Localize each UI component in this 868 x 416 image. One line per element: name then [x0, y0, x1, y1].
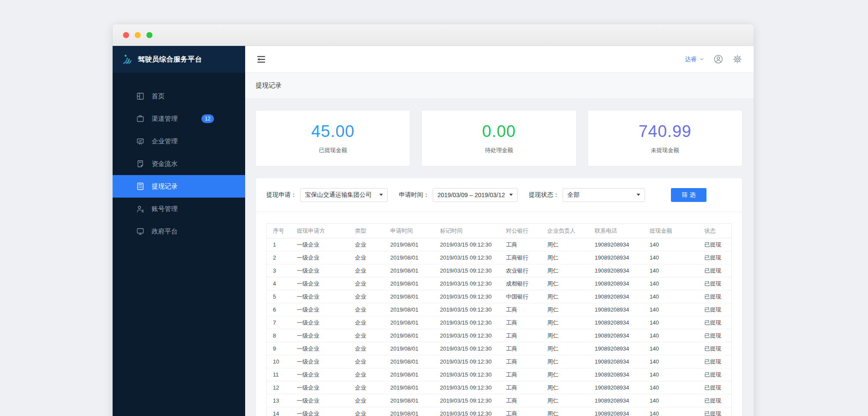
table-cell: 企业	[349, 329, 384, 342]
table-cell: 140	[644, 342, 699, 355]
table-cell: 2019/03/15 09:12:30	[434, 238, 500, 251]
table-cell: 19089208934	[589, 238, 644, 251]
table-row: 14一级企业企业2019/08/012019/03/15 09:12:30工商周…	[267, 407, 732, 416]
stat-value: 0.00	[482, 122, 516, 141]
table-cell: 19089208934	[589, 303, 644, 316]
settings-gear-icon[interactable]	[732, 54, 742, 64]
table-cell: 2019/03/15 09:12:30	[434, 329, 500, 342]
table-cell: 中国银行	[500, 290, 541, 303]
sidebar-item-channel-management[interactable]: 渠道管理12	[113, 107, 245, 130]
table-row: 6一级企业企业2019/08/012019/03/15 09:12:30工商周仁…	[267, 303, 732, 316]
table-header-cell: 提现申请方	[291, 224, 349, 238]
table-cell: 企业	[349, 355, 384, 368]
table-cell: 2019/08/01	[384, 290, 434, 303]
sidebar-item-government-platform[interactable]: 政府平台	[113, 220, 245, 243]
table-cell: 工商	[500, 303, 541, 316]
table-cell: 2019/03/15 09:12:30	[434, 264, 500, 277]
filter-button[interactable]: 筛 选	[671, 188, 706, 202]
sidebar-item-withdraw-records[interactable]: 提现记录	[113, 175, 245, 198]
table-row: 1一级企业企业2019/08/012019/03/15 09:12:30工商周仁…	[267, 238, 732, 251]
app-logo: 驾驶员综合服务平台	[113, 46, 245, 73]
table-cell: 2019/08/01	[384, 368, 434, 381]
user-menu[interactable]: 达睿	[685, 55, 704, 63]
table-cell: 10	[267, 355, 291, 368]
status-select[interactable]: 全部	[563, 188, 645, 202]
table-cell: 成都银行	[500, 277, 541, 290]
table-cell: 企业	[349, 251, 384, 264]
time-filter-label: 申请时间：	[399, 191, 429, 199]
table-header-cell: 对公银行	[500, 224, 541, 238]
sidebar-item-account-management[interactable]: 账号管理	[113, 198, 245, 220]
table-cell: 周仁	[541, 355, 589, 368]
table-row: 13一级企业企业2019/08/012019/03/15 09:12:30工商周…	[267, 394, 732, 407]
table-cell: 19089208934	[589, 264, 644, 277]
table-cell: 2019/08/01	[384, 264, 434, 277]
table-cell: 一级企业	[291, 290, 349, 303]
stat-label: 未提现金额	[651, 146, 679, 154]
table-cell: 企业	[349, 238, 384, 251]
table-cell: 企业	[349, 394, 384, 407]
sidebar-item-label: 资金流水	[152, 160, 178, 168]
table-cell: 140	[644, 368, 699, 381]
table-header-row: 序号提现申请方类型申请时间标记时间对公银行企业负责人联系电话提现金额状态	[267, 224, 732, 238]
table-cell: 19089208934	[589, 407, 644, 416]
table-cell: 2019/03/15 09:12:30	[434, 407, 500, 416]
table-header-cell: 标记时间	[434, 224, 500, 238]
table-cell: 19089208934	[589, 355, 644, 368]
table-cell: 2019/03/15 09:12:30	[434, 355, 500, 368]
table-cell: 2019/03/15 09:12:30	[434, 277, 500, 290]
table-cell: 2019/08/01	[384, 407, 434, 416]
table-cell: 2019/08/01	[384, 316, 434, 329]
user-icon	[136, 205, 145, 213]
table-cell: 周仁	[541, 238, 589, 251]
collapse-sidebar-icon[interactable]	[256, 54, 267, 65]
table-cell: 一级企业	[291, 329, 349, 342]
page-title: 提现记录	[256, 81, 282, 90]
sidebar-item-home[interactable]: 首页	[113, 85, 245, 107]
table-cell: 140	[644, 303, 699, 316]
table-cell: 2019/08/01	[384, 329, 434, 342]
traffic-light-zoom-button[interactable]	[146, 32, 152, 38]
stat-card-unwithdrawn: 740.99 未提现金额	[588, 110, 742, 166]
table-cell: 19089208934	[589, 277, 644, 290]
table-header-cell: 提现金额	[644, 224, 699, 238]
main-area: 达睿	[245, 46, 754, 416]
table-row: 4一级企业企业2019/08/012019/03/15 09:12:30成都银行…	[267, 277, 732, 290]
dashboard-icon	[136, 92, 145, 101]
table-cell: 19089208934	[589, 342, 644, 355]
table-cell: 140	[644, 290, 699, 303]
table-cell: 2019/08/01	[384, 303, 434, 316]
table-cell: 工商	[500, 316, 541, 329]
sidebar-item-fund-flow[interactable]: 资金流水	[113, 153, 245, 175]
table-header-cell: 申请时间	[384, 224, 434, 238]
table-cell: 企业	[349, 264, 384, 277]
table-cell: 一级企业	[291, 355, 349, 368]
table-cell: 2019/03/15 09:12:30	[434, 303, 500, 316]
table-header-cell: 类型	[349, 224, 384, 238]
traffic-light-minimize-button[interactable]	[135, 32, 141, 38]
sidebar-item-enterprise-management[interactable]: 企业管理	[113, 130, 245, 153]
table-cell: 140	[644, 251, 699, 264]
table-cell: 8	[267, 329, 291, 342]
traffic-light-close-button[interactable]	[123, 32, 129, 38]
top-navbar: 达睿	[245, 46, 754, 73]
table-cell: 2019/08/01	[384, 394, 434, 407]
table-cell: 5	[267, 290, 291, 303]
table-row: 10一级企业企业2019/08/012019/03/15 09:12:30工商周…	[267, 355, 732, 368]
window-titlebar	[113, 24, 754, 46]
presentation-icon	[136, 137, 145, 146]
company-select[interactable]: 宝保山交通运输集团公司	[300, 188, 388, 202]
table-cell: 2019/08/01	[384, 381, 434, 394]
table-cell: 企业	[349, 316, 384, 329]
table-cell: 19089208934	[589, 251, 644, 264]
table-cell: 140	[644, 238, 699, 251]
avatar-icon[interactable]	[713, 54, 724, 65]
table-cell: 已提现	[698, 264, 731, 277]
company-select-value: 宝保山交通运输集团公司	[305, 191, 372, 199]
table-cell: 企业	[349, 381, 384, 394]
table-cell: 一级企业	[291, 316, 349, 329]
table-cell: 周仁	[541, 290, 589, 303]
table-row: 7一级企业企业2019/08/012019/03/15 09:12:30工商周仁…	[267, 316, 732, 329]
date-range-select[interactable]: 2019/03/09 – 2019/03/12	[433, 188, 518, 202]
table-cell: 1	[267, 238, 291, 251]
